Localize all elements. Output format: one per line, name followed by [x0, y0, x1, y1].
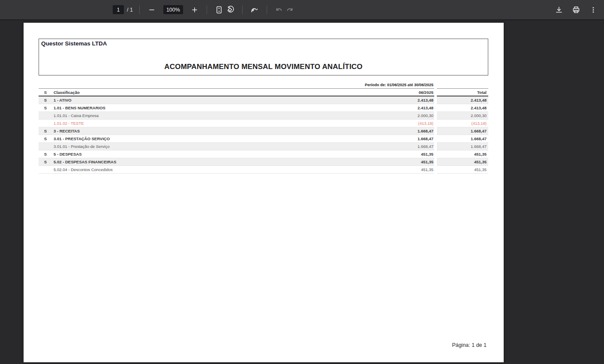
- row-total-value: (413,18): [472, 121, 488, 126]
- row-month-value: 2.413,48: [357, 105, 434, 110]
- row-s-flag: S: [39, 98, 52, 102]
- table-row: 5.02.04 - Descontos Concedidos 451,35 45…: [39, 166, 488, 174]
- toolbar-divider: [207, 6, 207, 14]
- page-number-input[interactable]: [113, 5, 124, 14]
- toolbar-divider: [139, 6, 140, 14]
- table-row: S 5.02 - DESPESAS FINANCEIRAS 451,35 451…: [39, 158, 488, 166]
- row-total-value: 2.413,48: [471, 105, 488, 110]
- table-row: S 1 - ATIVO 2.413,48 2.413,48: [39, 96, 488, 104]
- redo-icon[interactable]: [285, 4, 296, 15]
- row-total-value: 451,35: [474, 152, 488, 156]
- fit-to-page-icon[interactable]: [213, 4, 225, 15]
- row-classification: 5.02.04 - Descontos Concedidos: [52, 167, 357, 172]
- row-total-value: 1.668,47: [471, 136, 488, 141]
- table-row: S 3.01 - PRESTAÇÃO SERVIÇO 1.668,47 1.66…: [39, 135, 488, 143]
- header-total: Total: [477, 90, 488, 95]
- toolbar-center-group: / 1 100%: [113, 0, 296, 19]
- row-month-value: 451,35: [357, 167, 434, 172]
- row-month-value: 2.413,48: [357, 98, 434, 102]
- report-header-box: Questor Sistemas LTDA ACOMPANHAMENTO MEN…: [39, 39, 488, 75]
- print-icon[interactable]: [571, 4, 582, 15]
- zoom-level-display[interactable]: 100%: [163, 5, 183, 14]
- row-total-value: 1.668,47: [471, 129, 488, 133]
- company-name: Questor Sistemas LTDA: [41, 40, 107, 47]
- page-count-label: / 1: [127, 7, 133, 13]
- row-s-flag: S: [39, 159, 52, 164]
- row-classification: 1.01.01 - Caixa Empresa: [52, 113, 357, 118]
- row-classification: 3 - RECEITAS: [52, 129, 357, 133]
- row-total-value: 1.668,47: [471, 144, 488, 149]
- pdf-page: Questor Sistemas LTDA ACOMPANHAMENTO MEN…: [24, 23, 504, 362]
- report-table: S Classificação 06/2025 Total S 1 - ATIV…: [39, 88, 488, 174]
- table-row: S 3 - RECEITAS 1.668,47 1.668,47: [39, 127, 488, 135]
- header-month: 06/2025: [357, 90, 434, 95]
- row-classification: 3.01 - PRESTAÇÃO SERVIÇO: [52, 136, 357, 141]
- table-row: S 1.01 - BENS NUMERARIOS 2.413,48 2.413,…: [39, 104, 488, 112]
- row-classification: 1 - ATIVO: [52, 98, 357, 102]
- table-row: S 5 - DESPESAS 451,35 451,35: [39, 150, 488, 158]
- table-row: 1.01.02 - TESTE (413,18) (413,18): [39, 120, 488, 127]
- row-s-flag: S: [39, 105, 52, 110]
- report-title: ACOMPANHAMENTO MENSAL MOVIMENTO ANALÍTIC…: [39, 63, 488, 71]
- row-month-value: 1.668,47: [357, 129, 434, 133]
- row-total-value: 451,35: [474, 159, 488, 164]
- row-total-value: 451,35: [474, 167, 488, 172]
- row-total-value: 2.000,30: [471, 113, 488, 118]
- row-month-value: (413,18): [357, 121, 434, 126]
- pdf-toolbar: / 1 100%: [0, 0, 604, 19]
- row-s-flag: S: [39, 152, 52, 156]
- rotate-icon[interactable]: [225, 4, 236, 15]
- row-month-value: 451,35: [357, 159, 434, 164]
- toolbar-divider: [242, 6, 243, 14]
- report-period: Período de: 01/06/2025 até 30/06/2025: [39, 83, 433, 87]
- more-options-icon[interactable]: [588, 4, 599, 15]
- table-row: 1.01.01 - Caixa Empresa 2.000,30 2.000,3…: [39, 112, 488, 120]
- zoom-in-button[interactable]: [189, 4, 200, 15]
- toolbar-divider: [267, 6, 267, 14]
- row-month-value: 2.000,30: [357, 113, 434, 118]
- row-month-value: 1.668,47: [357, 144, 434, 149]
- page-footer: Página: 1 de 1: [39, 342, 487, 348]
- table-body: S 1 - ATIVO 2.413,48 2.413,48 S 1.01 - B…: [39, 96, 488, 174]
- row-s-flag: S: [39, 129, 52, 133]
- row-s-flag: S: [39, 136, 52, 141]
- row-classification: 1.01 - BENS NUMERARIOS: [52, 105, 357, 110]
- row-classification: 3.01.01 - Prestação de Serviço: [52, 144, 357, 149]
- row-total-value: 2.413,48: [471, 98, 488, 102]
- header-s: S: [39, 90, 52, 95]
- row-month-value: 1.668,47: [357, 136, 434, 141]
- header-classification: Classificação: [52, 90, 357, 95]
- row-classification: 1.01.02 - TESTE: [52, 121, 357, 126]
- draw-annotate-icon[interactable]: [249, 4, 260, 15]
- row-month-value: 451,35: [357, 152, 434, 156]
- undo-icon[interactable]: [273, 4, 285, 15]
- table-header-row: S Classificação 06/2025 Total: [39, 88, 488, 96]
- download-icon[interactable]: [553, 4, 565, 15]
- toolbar-right-group: [553, 0, 601, 19]
- row-classification: 5.02 - DESPESAS FINANCEIRAS: [52, 159, 357, 164]
- zoom-out-button[interactable]: [146, 4, 157, 15]
- row-classification: 5 - DESPESAS: [52, 152, 357, 156]
- table-row: 3.01.01 - Prestação de Serviço 1.668,47 …: [39, 143, 488, 150]
